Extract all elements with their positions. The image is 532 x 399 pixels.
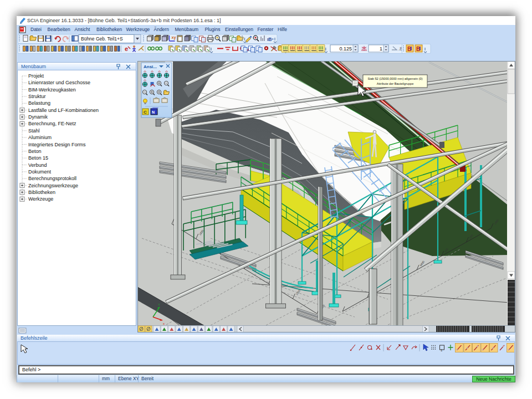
svg-text:Dokument: Dokument [28, 169, 52, 175]
svg-text:Belastung: Belastung [28, 100, 50, 106]
svg-text:x: x [163, 322, 165, 325]
svg-text:Dynamik: Dynamik [28, 114, 48, 120]
svg-text:Projekt: Projekt [28, 73, 44, 79]
svg-text:B: B [416, 46, 420, 52]
svg-text:Ansi...: Ansi... [144, 64, 157, 69]
svg-text:Linienraster und Geschosse: Linienraster und Geschosse [28, 80, 90, 85]
svg-text:Beton 15: Beton 15 [28, 155, 48, 161]
svg-text:0.125: 0.125 [339, 46, 352, 52]
svg-text:Stahl: Stahl [28, 128, 40, 134]
svg-text:Zeichnungswerkzeuge: Zeichnungswerkzeuge [28, 183, 78, 188]
svg-text:Struktur: Struktur [28, 94, 46, 99]
svg-text:Y: Y [158, 303, 160, 306]
svg-text:Bibliotheken: Bibliotheken [28, 190, 55, 195]
svg-text:Aluminium: Aluminium [28, 135, 52, 140]
svg-text:ıB³: ıB³ [267, 37, 274, 42]
svg-text:B: B [407, 46, 411, 52]
svg-text:e: e [125, 45, 128, 52]
svg-text:BIM-Werkzeugkasten: BIM-Werkzeugkasten [28, 87, 76, 93]
svg-text:Beton: Beton [28, 149, 42, 154]
svg-text:Berechnung, FE-Netz: Berechnung, FE-Netz [28, 121, 76, 126]
svg-text:Lastfälle und LF-Kombinationen: Lastfälle und LF-Kombinationen [28, 108, 99, 113]
svg-text:Integriertes Design Forms: Integriertes Design Forms [28, 142, 86, 147]
svg-text:Attribute der Bauteilgruppe: Attribute der Bauteilgruppe [377, 82, 414, 85]
svg-text:Berechnungsprotokoll: Berechnungsprotokoll [28, 176, 76, 181]
svg-text:xy: xy [172, 35, 176, 40]
svg-text:C: C [144, 110, 147, 115]
svg-text:Verbund: Verbund [28, 162, 47, 168]
svg-text:1: 1 [380, 46, 382, 52]
svg-text:Werkzeuge: Werkzeuge [28, 196, 53, 202]
svg-text:Bühne Geb. Teil1+S: Bühne Geb. Teil1+S [81, 36, 123, 42]
svg-text:N: N [152, 110, 155, 114]
svg-text:Stab 52 (15000,0000 mm)-allgem: Stab 52 (15000,0000 mm)-allgemein (0) [367, 77, 422, 80]
